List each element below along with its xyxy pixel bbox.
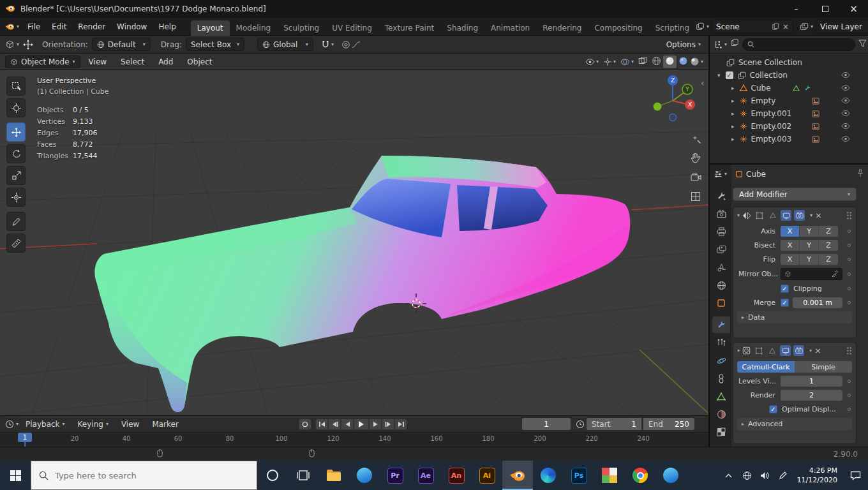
menu-view[interactable]: View: [83, 57, 112, 66]
tool-measure[interactable]: [6, 234, 26, 253]
gizmos-dropdown[interactable]: ▾: [603, 57, 616, 66]
tab-texture-paint[interactable]: Texture Paint: [378, 20, 440, 36]
outliner-row-collection[interactable]: ▾ ✓ Collection: [710, 69, 868, 82]
tab-scripting[interactable]: Scripting: [649, 20, 696, 36]
outliner-row-empty-001[interactable]: ▸ Empty.001: [710, 107, 868, 120]
options-dropdown[interactable]: Options ▾: [666, 40, 701, 49]
outliner-row-empty-002[interactable]: ▸ Empty.002: [710, 120, 868, 133]
animate-dot[interactable]: [848, 244, 851, 247]
app-illustrator[interactable]: Ai: [472, 461, 502, 490]
hide-collection-eye-icon[interactable]: [841, 71, 850, 80]
menu-help[interactable]: Help: [153, 22, 181, 31]
menu-timeline-view[interactable]: View: [116, 420, 145, 429]
animate-dot[interactable]: [848, 287, 851, 290]
frame-end-field[interactable]: End250: [643, 418, 694, 430]
jump-to-end-button[interactable]: [394, 419, 407, 430]
toggle-realtime[interactable]: [780, 345, 791, 356]
bisect-z-button[interactable]: Z: [819, 240, 838, 251]
tab-compositing[interactable]: Compositing: [588, 20, 648, 36]
expand-icon[interactable]: ▸: [731, 85, 735, 91]
toggle-on-cage[interactable]: [754, 210, 765, 221]
expand-icon[interactable]: ▸: [731, 124, 735, 130]
add-modifier-button[interactable]: Add Modifier ▾: [733, 188, 857, 201]
app-photoshop[interactable]: Ps: [564, 461, 594, 490]
expand-icon[interactable]: ▾: [737, 213, 740, 218]
taskbar-clock[interactable]: 4:26 PM 11/12/2020: [792, 466, 842, 485]
tab-modifiers[interactable]: [712, 316, 730, 333]
overlays-dropdown[interactable]: ▾: [620, 58, 634, 66]
start-button[interactable]: [0, 461, 31, 490]
expand-icon[interactable]: ▾: [717, 73, 721, 78]
remove-modifier-icon[interactable]: ×: [814, 346, 821, 355]
tab-scene[interactable]: [712, 259, 730, 276]
tray-pen-button[interactable]: [774, 461, 792, 490]
toggle-on-cage[interactable]: [753, 345, 764, 356]
hide-object-eye-icon[interactable]: [841, 122, 850, 131]
camera-view-button[interactable]: [688, 170, 703, 185]
simple-button[interactable]: Simple: [795, 361, 852, 373]
object-visibility-dropdown[interactable]: ▾: [585, 59, 599, 65]
viewport-3d[interactable]: User Perspective (1) Collection | Cube O…: [0, 70, 708, 415]
outliner-row-scene-collection[interactable]: Scene Collection: [710, 56, 868, 69]
timeline-editor-type-button[interactable]: ▾: [5, 420, 19, 429]
record-button[interactable]: [299, 419, 311, 430]
app-blue-sphere-2[interactable]: [655, 461, 686, 490]
axis-y-button[interactable]: Y: [800, 226, 819, 237]
sidebar-collapse-arrow[interactable]: ‹: [701, 78, 705, 88]
tab-physics[interactable]: [712, 352, 730, 369]
tab-render[interactable]: [712, 205, 730, 222]
bisect-x-button[interactable]: X: [781, 240, 800, 251]
app-animate[interactable]: An: [441, 461, 472, 490]
timeline-ruler[interactable]: 20 40 60 80 100 120 140 160 180 200 220 …: [0, 433, 708, 447]
jump-to-start-button[interactable]: [315, 419, 328, 430]
properties-editor-type-button[interactable]: ▾: [714, 170, 727, 179]
prev-keyframe-button[interactable]: [328, 419, 341, 430]
tab-material[interactable]: [712, 406, 730, 422]
remove-modifier-icon[interactable]: ×: [815, 211, 822, 220]
snap-toggle[interactable]: ▾: [321, 40, 334, 49]
play-reverse-button[interactable]: [341, 419, 354, 430]
shading-wireframe-button[interactable]: [652, 56, 661, 68]
mirror-object-field[interactable]: [781, 268, 842, 280]
navigation-gizmo[interactable]: Z Y X: [647, 73, 696, 121]
menu-render[interactable]: Render: [72, 22, 111, 31]
drag-handle-icon[interactable]: [846, 346, 852, 355]
tab-shading[interactable]: Shading: [440, 20, 484, 36]
flip-y-button[interactable]: Y: [800, 254, 819, 265]
tab-rendering[interactable]: Rendering: [536, 20, 588, 36]
maximize-button[interactable]: [811, 0, 839, 18]
expand-icon[interactable]: ▸: [731, 98, 735, 104]
tab-world[interactable]: [712, 277, 730, 293]
toggle-render[interactable]: [793, 345, 804, 356]
outliner-row-empty[interactable]: ▸ Empty: [710, 94, 868, 107]
modifier-extras-icon[interactable]: ▾: [809, 348, 812, 353]
timeline-playhead[interactable]: 1: [18, 433, 32, 442]
play-button[interactable]: [354, 419, 369, 430]
collection-checkbox[interactable]: ✓: [726, 71, 733, 79]
merge-threshold-field[interactable]: 0.001 m: [793, 297, 842, 308]
app-blue-sphere-1[interactable]: [349, 461, 380, 490]
tool-scale[interactable]: [6, 166, 26, 185]
menu-playback[interactable]: Playback▾: [20, 420, 71, 429]
menu-select[interactable]: Select: [115, 57, 150, 66]
mode-dropdown[interactable]: Object Mode ▾: [5, 56, 80, 68]
tray-network-button[interactable]: [738, 461, 756, 490]
menu-keying[interactable]: Keying▾: [72, 420, 114, 429]
outliner-row-empty-003[interactable]: ▸ Empty.003: [710, 133, 868, 145]
tool-rotate[interactable]: [6, 144, 26, 163]
axis-x-button[interactable]: X: [781, 226, 800, 237]
mirror-modifier-header[interactable]: ▾ ▾ ×: [733, 207, 856, 223]
tab-object-data[interactable]: [712, 388, 730, 405]
tray-hidden-icons-button[interactable]: [719, 461, 738, 490]
tab-sculpting[interactable]: Sculpting: [277, 20, 326, 36]
tab-layout[interactable]: Layout: [191, 20, 230, 36]
proportional-edit-toggle[interactable]: [341, 40, 361, 49]
close-button[interactable]: ×: [839, 0, 868, 18]
new-scene-icon[interactable]: [772, 23, 779, 30]
shading-rendered-button[interactable]: ▾: [690, 57, 703, 66]
tab-output[interactable]: [712, 223, 730, 240]
flip-z-button[interactable]: Z: [819, 254, 838, 265]
expand-icon[interactable]: ▾: [737, 348, 740, 353]
tab-texture[interactable]: [712, 424, 730, 440]
outliner-search-field[interactable]: [742, 38, 855, 51]
